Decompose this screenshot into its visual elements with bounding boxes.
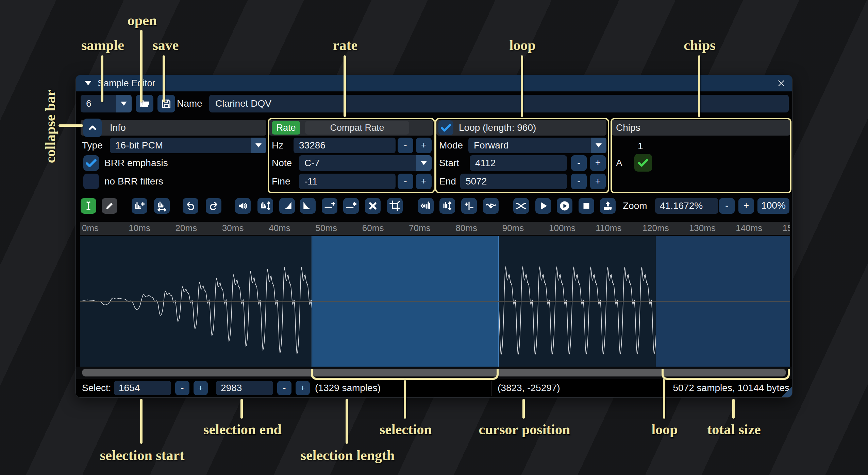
annotation-line-loop-bottom	[663, 379, 665, 419]
tab-rate[interactable]: Rate	[272, 121, 300, 135]
fade-in-button[interactable]	[279, 198, 295, 214]
annotation-line-selection-end	[240, 399, 243, 419]
apply-filter-button[interactable]	[483, 198, 499, 214]
info-collapse-button[interactable]	[83, 119, 102, 137]
apply-silence-button[interactable]	[343, 198, 359, 214]
annotation-line-selection	[404, 379, 406, 419]
no-brr-filters-checkbox[interactable]	[83, 174, 99, 189]
open-sample-button[interactable]	[136, 95, 153, 112]
select-mode-button[interactable]	[81, 198, 96, 214]
brr-emphasis-checkbox[interactable]	[83, 155, 99, 171]
window-titlebar[interactable]: Sample Editor	[76, 75, 792, 91]
signed-unsigned-button[interactable]	[461, 198, 477, 214]
annotation-bracket-selection	[311, 369, 499, 380]
speaker-icon	[237, 200, 249, 212]
trim-button[interactable]	[387, 198, 403, 214]
zoom-reset-button[interactable]: 100%	[757, 198, 789, 214]
zoom-input[interactable]: 41.1672%	[655, 198, 718, 214]
fine-minus-button[interactable]: -	[398, 174, 413, 189]
chevron-down-icon[interactable]	[116, 95, 132, 112]
crossfade-button[interactable]	[513, 198, 529, 214]
normalize-button[interactable]	[257, 198, 273, 214]
redo-button[interactable]	[206, 198, 221, 214]
reverse-icon	[420, 200, 432, 212]
selection-start-input[interactable]: 1654	[114, 381, 171, 395]
chevron-down-icon[interactable]	[416, 155, 432, 171]
play-icon	[537, 200, 549, 212]
selection-start-minus-button[interactable]: -	[175, 381, 189, 395]
loop-start-input[interactable]: 4112	[470, 155, 567, 171]
window-title: Sample Editor	[98, 75, 155, 91]
annotation-sample: sample	[81, 37, 124, 53]
chevron-down-icon[interactable]	[591, 138, 606, 153]
undo-button[interactable]	[183, 198, 198, 214]
insert-silence-icon	[324, 200, 335, 212]
fade-out-button[interactable]	[300, 198, 316, 214]
window-collapse-icon[interactable]	[85, 81, 91, 85]
name-input[interactable]: Clarinet DQV	[209, 95, 789, 112]
status-separator	[491, 381, 491, 396]
time-ruler[interactable]: 0ms10ms20ms30ms40ms50ms60ms70ms80ms90ms1…	[80, 222, 790, 236]
hz-minus-button[interactable]: -	[398, 138, 413, 153]
loop-header-label: Loop (length: 960)	[459, 120, 536, 136]
silence-icon	[345, 200, 357, 212]
ruler-tick: 30ms	[222, 222, 244, 234]
loop-start-plus-button[interactable]: +	[590, 155, 606, 171]
brr-emphasis-label: BRR emphasis	[104, 155, 168, 171]
chevron-down-icon[interactable]	[251, 138, 266, 153]
filter-icon	[485, 200, 497, 212]
ruler-tick: 50ms	[316, 222, 337, 234]
chip-a-enable-checkbox[interactable]	[634, 154, 652, 172]
preview-button[interactable]	[535, 198, 551, 214]
chips-header: Chips	[612, 120, 790, 136]
preview-selection-button[interactable]	[557, 198, 572, 214]
invert-icon	[441, 200, 453, 212]
ruler-tick: 40ms	[269, 222, 290, 234]
resize-button[interactable]	[132, 198, 147, 214]
ruler-tick: 10ms	[129, 222, 150, 234]
annotation-collapse-bar: collapse bar	[42, 90, 59, 163]
resample-button[interactable]	[154, 198, 170, 214]
waveform-display[interactable]	[80, 236, 790, 367]
sign-icon	[463, 200, 475, 212]
close-icon[interactable]	[777, 78, 786, 88]
annotation-line-loop	[521, 55, 523, 117]
zoom-in-button[interactable]: +	[738, 198, 754, 214]
tab-compat-rate[interactable]: Compat Rate	[305, 121, 409, 135]
loop-enable-checkbox[interactable]	[438, 120, 453, 135]
delete-button[interactable]	[365, 198, 381, 214]
reverse-button[interactable]	[418, 198, 434, 214]
selection-end-plus-button[interactable]: +	[296, 381, 310, 395]
stop-preview-button[interactable]	[579, 198, 594, 214]
save-sample-button[interactable]	[157, 95, 175, 112]
upload-to-chip-button[interactable]	[600, 198, 616, 214]
window-resize-grip[interactable]	[781, 386, 792, 397]
zoom-out-button[interactable]: -	[719, 198, 735, 214]
loop-end-plus-button[interactable]: +	[590, 174, 606, 189]
loop-mode-select[interactable]: Forward	[468, 138, 606, 153]
loop-end-minus-button[interactable]: -	[571, 174, 587, 189]
selection-start-plus-button[interactable]: +	[194, 381, 208, 395]
hz-input[interactable]: 33286	[294, 138, 396, 153]
insert-silence-button[interactable]	[322, 198, 337, 214]
selection-end-input[interactable]: 2983	[216, 381, 273, 395]
sample-select[interactable]: 6	[81, 95, 132, 112]
note-select[interactable]: C-7	[299, 155, 432, 171]
amplify-button[interactable]	[235, 198, 251, 214]
loop-end-input[interactable]: 5072	[460, 174, 567, 189]
ruler-tick: 20ms	[176, 222, 197, 234]
name-label: Name	[177, 96, 202, 111]
fine-input[interactable]: -11	[299, 174, 396, 189]
type-select[interactable]: 16-bit PCM	[110, 138, 266, 153]
ruler-tick: 140ms	[736, 222, 762, 234]
total-size-text: 5072 samples, 10144 bytes	[673, 380, 789, 396]
cursor-position-text: (3823, -25297)	[498, 380, 560, 396]
invert-button[interactable]	[439, 198, 455, 214]
selection-end-minus-button[interactable]: -	[277, 381, 291, 395]
annotation-open: open	[128, 12, 157, 29]
pencil-icon	[104, 200, 115, 212]
draw-mode-button[interactable]	[102, 198, 117, 214]
fine-plus-button[interactable]: +	[416, 174, 432, 189]
hz-plus-button[interactable]: +	[416, 138, 432, 153]
loop-start-minus-button[interactable]: -	[571, 155, 587, 171]
